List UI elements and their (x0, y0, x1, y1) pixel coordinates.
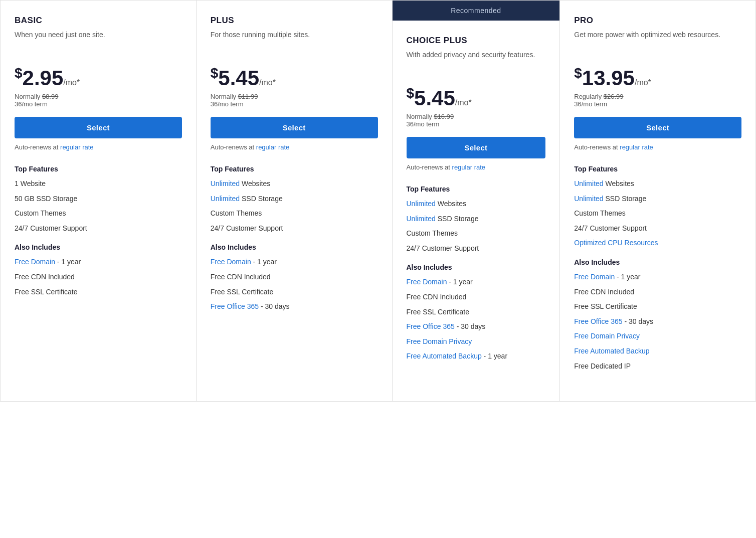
feature-link[interactable]: Unlimited (211, 180, 240, 188)
include-link[interactable]: Free Office 365 (211, 302, 259, 310)
include-item: Free Domain Privacy (407, 337, 546, 347)
include-link[interactable]: Free Domain Privacy (574, 332, 640, 340)
feature-link[interactable]: Unlimited (407, 215, 436, 223)
top-features-list: Unlimited WebsitesUnlimited SSD StorageC… (574, 179, 741, 248)
currency-symbol: $ (211, 65, 219, 81)
regular-rate-link[interactable]: regular rate (620, 143, 653, 151)
plan-description: Get more power with optimized web resour… (574, 30, 741, 57)
feature-item: Unlimited SSD Storage (574, 194, 741, 204)
also-includes-list: Free Domain - 1 yearFree CDN IncludedFre… (211, 257, 378, 311)
feature-item: 1 Website (15, 179, 182, 189)
feature-item: Unlimited Websites (211, 179, 378, 189)
strikethrough-price: $11.99 (238, 93, 258, 100)
strikethrough-price: $8.99 (42, 93, 59, 100)
feature-item: Custom Themes (15, 209, 182, 219)
top-features-list: Unlimited WebsitesUnlimited SSD StorageC… (211, 179, 378, 233)
recommended-badge: Recommended (393, 1, 560, 21)
price-normally: Normally $8.99 (15, 93, 182, 100)
include-item: Free Automated Backup - 1 year (407, 351, 546, 362)
currency-symbol: $ (15, 65, 23, 81)
auto-renew-text: Auto-renews at regular rate (15, 143, 182, 151)
price-main: $5.45/mo* (407, 86, 546, 109)
feature-item: Unlimited SSD Storage (407, 214, 546, 224)
feature-link[interactable]: Optimized CPU Resources (574, 239, 658, 247)
select-button[interactable]: Select (407, 137, 546, 158)
include-item: Free Office 365 - 30 days (407, 322, 546, 332)
plan-col-choice-plus: RecommendedCHOICE PLUSWith added privacy… (393, 1, 560, 401)
select-button[interactable]: Select (15, 117, 182, 138)
plan-description: With added privacy and security features… (407, 50, 546, 77)
top-features-list: 1 Website50 GB SSD StorageCustom Themes2… (15, 179, 182, 233)
price-term: 36/mo term (15, 100, 182, 108)
include-item: Free Domain - 1 year (574, 272, 741, 282)
price-per-mo: /mo* (63, 78, 80, 87)
feature-link[interactable]: Unlimited (407, 200, 436, 208)
regular-rate-link[interactable]: regular rate (256, 143, 289, 151)
include-item: Free Dedicated IP (574, 362, 741, 372)
feature-item: 24/7 Customer Support (211, 224, 378, 234)
price-main: $5.45/mo* (211, 66, 378, 89)
include-item: Free Office 365 - 30 days (211, 302, 378, 312)
include-link[interactable]: Free Domain (15, 258, 55, 266)
currency-symbol: $ (574, 65, 582, 81)
include-item: Free CDN Included (15, 272, 182, 282)
also-includes-list: Free Domain - 1 yearFree CDN IncludedFre… (15, 257, 182, 297)
feature-item: Unlimited Websites (407, 199, 546, 209)
price-main: $13.95/mo* (574, 66, 741, 89)
plan-description: For those running multiple sites. (211, 30, 378, 57)
feature-item: Custom Themes (574, 209, 741, 219)
include-link[interactable]: Free Domain (211, 258, 251, 266)
also-includes-title: Also Includes (407, 263, 546, 271)
price-per-mo: /mo* (259, 78, 276, 87)
include-link[interactable]: Free Automated Backup (407, 352, 482, 360)
price-term: 36/mo term (211, 100, 378, 108)
feature-item: 50 GB SSD Storage (15, 194, 182, 204)
include-item: Free Domain - 1 year (407, 277, 546, 287)
plan-col-pro: PROGet more power with optimized web res… (560, 1, 755, 401)
auto-renew-text: Auto-renews at regular rate (211, 143, 378, 151)
price-normally: Regularly $26.99 (574, 93, 741, 100)
regular-rate-link[interactable]: regular rate (452, 163, 485, 171)
top-features-title: Top Features (407, 185, 546, 193)
price-main: $2.95/mo* (15, 66, 182, 89)
include-link[interactable]: Free Domain (574, 273, 615, 281)
include-link[interactable]: Free Automated Backup (574, 347, 649, 355)
price-block: $13.95/mo* (574, 66, 741, 89)
include-item: Free SSL Certificate (407, 307, 546, 317)
select-button[interactable]: Select (211, 117, 378, 138)
strikethrough-price: $26.99 (604, 93, 624, 100)
include-link[interactable]: Free Domain (407, 278, 447, 286)
include-link[interactable]: Free Office 365 (407, 322, 455, 330)
plan-col-plus: PLUSFor those running multiple sites.$5.… (197, 1, 393, 401)
price-per-mo: /mo* (635, 78, 651, 87)
include-item: Free CDN Included (407, 292, 546, 302)
top-features-title: Top Features (211, 165, 378, 173)
price-block: $2.95/mo* (15, 66, 182, 89)
price-normally: Normally $11.99 (211, 93, 378, 100)
feature-item: 24/7 Customer Support (407, 244, 546, 254)
also-includes-title: Also Includes (574, 258, 741, 266)
select-button[interactable]: Select (574, 117, 741, 138)
regular-rate-link[interactable]: regular rate (60, 143, 93, 151)
include-link[interactable]: Free Office 365 (574, 317, 622, 325)
price-block: $5.45/mo* (407, 86, 546, 109)
price-term: 36/mo term (407, 120, 546, 128)
feature-link[interactable]: Unlimited (211, 195, 240, 203)
include-item: Free Automated Backup (574, 346, 741, 356)
pricing-table: BASICWhen you need just one site.$2.95/m… (0, 0, 756, 402)
feature-link[interactable]: Unlimited (574, 180, 603, 188)
include-item: Free Office 365 - 30 days (574, 317, 741, 327)
currency-symbol: $ (407, 85, 415, 101)
feature-item: Custom Themes (211, 209, 378, 219)
include-item: Free CDN Included (574, 287, 741, 297)
include-item: Free SSL Certificate (15, 287, 182, 297)
top-features-list: Unlimited WebsitesUnlimited SSD StorageC… (407, 199, 546, 253)
plan-description: When you need just one site. (15, 30, 182, 57)
feature-link[interactable]: Unlimited (574, 195, 603, 203)
include-item: Free CDN Included (211, 272, 378, 282)
include-item: Free Domain Privacy (574, 331, 741, 341)
feature-item: Optimized CPU Resources (574, 238, 741, 248)
also-includes-title: Also Includes (15, 243, 182, 251)
include-link[interactable]: Free Domain Privacy (407, 337, 472, 345)
auto-renew-text: Auto-renews at regular rate (407, 163, 546, 171)
